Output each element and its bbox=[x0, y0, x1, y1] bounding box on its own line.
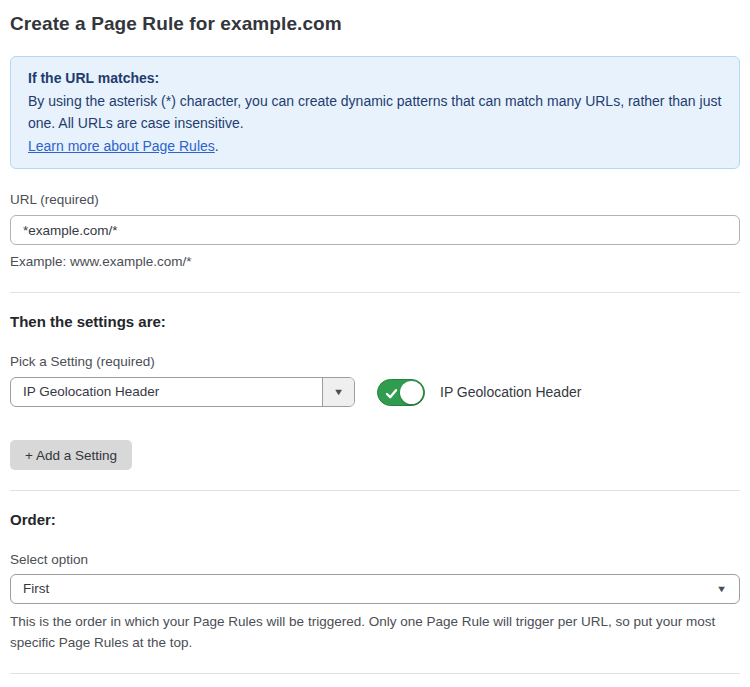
url-label: URL (required) bbox=[10, 191, 740, 208]
order-select[interactable]: First ▼ bbox=[10, 574, 740, 604]
check-icon bbox=[385, 387, 398, 400]
toggle-knob bbox=[400, 381, 423, 404]
setting-select-value: IP Geolocation Header bbox=[11, 378, 322, 406]
add-setting-button[interactable]: + Add a Setting bbox=[10, 440, 132, 470]
order-section-heading: Order: bbox=[10, 510, 740, 529]
info-box-body: By using the asterisk (*) character, you… bbox=[28, 90, 722, 135]
chevron-down-icon: ▼ bbox=[333, 388, 344, 397]
ip-geolocation-toggle[interactable] bbox=[377, 379, 425, 406]
info-box-link-line: Learn more about Page Rules. bbox=[28, 135, 722, 158]
learn-more-page-rules-link[interactable]: Learn more about Page Rules bbox=[28, 138, 215, 154]
select-option-label: Select option bbox=[10, 551, 740, 568]
divider bbox=[10, 673, 740, 674]
pick-setting-label: Pick a Setting (required) bbox=[10, 353, 740, 370]
toggle-label: IP Geolocation Header bbox=[440, 384, 581, 400]
setting-row: IP Geolocation Header ▼ IP Geolocation H… bbox=[10, 377, 740, 407]
divider bbox=[10, 292, 740, 293]
settings-section-heading: Then the settings are: bbox=[10, 312, 740, 331]
url-input[interactable] bbox=[10, 215, 740, 245]
setting-select-arrow-button[interactable]: ▼ bbox=[322, 378, 354, 406]
create-page-rule-form: Create a Page Rule for example.com If th… bbox=[0, 0, 750, 687]
link-period: . bbox=[215, 138, 219, 154]
chevron-down-icon: ▼ bbox=[716, 585, 727, 594]
info-box-heading: If the URL matches: bbox=[28, 67, 722, 90]
divider bbox=[10, 490, 740, 491]
setting-select[interactable]: IP Geolocation Header ▼ bbox=[10, 377, 355, 407]
order-helper: This is the order in which your Page Rul… bbox=[10, 611, 740, 653]
order-select-value: First bbox=[11, 575, 739, 603]
url-matches-info-box: If the URL matches: By using the asteris… bbox=[10, 56, 740, 169]
page-title: Create a Page Rule for example.com bbox=[10, 12, 740, 36]
url-example-helper: Example: www.example.com/* bbox=[10, 251, 740, 272]
